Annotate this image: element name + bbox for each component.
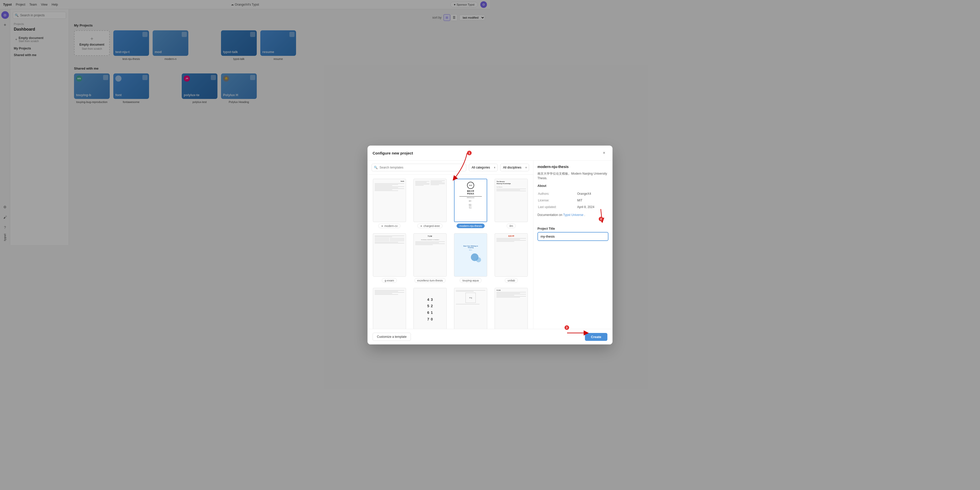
doc-line: [415, 243, 439, 243]
doc-line: [375, 189, 404, 189]
annotation-badge-1: 1: [467, 151, 472, 155]
list-item[interactable]: TUM TECHNICAL UNIVERSITY OF MUNICH exzel…: [411, 232, 449, 245]
list-item[interactable]: Smith: [371, 178, 408, 229]
template-label: modern-nju-thesis: [457, 224, 485, 228]
doc-line: [375, 186, 404, 187]
template-thumb: [414, 179, 447, 222]
list-item[interactable]: NJU 南京大学学位论文 本科学位论文题目：姓名：学号：专业： modern-n…: [452, 178, 490, 229]
template-panel: 🔍 All categories All disciplines: [368, 161, 490, 245]
doc-preview: TUM TECHNICAL UNIVERSITY OF MUNICH: [414, 233, 446, 245]
modal-title: Configure new project: [372, 151, 413, 155]
template-name: modern-cv: [384, 224, 398, 227]
doc-preview: [373, 233, 406, 245]
doc-line: [431, 181, 445, 181]
doc-line: [375, 243, 404, 243]
doc-line: [375, 242, 398, 243]
template-search-wrap: 🔍: [372, 164, 466, 171]
nju-text: 南京大学学位论文: [467, 190, 474, 195]
doc-line: [375, 236, 393, 237]
nju-preview: NJU 南京大学学位论文 本科学位论文题目：姓名：学号：专业：: [455, 179, 487, 222]
doc-line: [415, 181, 430, 182]
nju-logo: NJU: [467, 182, 474, 189]
configure-modal: 1 Configure new project × 🔍: [368, 146, 490, 245]
template-name: modern-nju-thesis: [460, 224, 482, 227]
template-grid: Smith: [371, 178, 490, 245]
star-icon: ★: [381, 225, 383, 227]
template-thumb: Smith: [373, 179, 406, 222]
doc-line: [375, 190, 398, 191]
doc-line: [415, 182, 427, 182]
modal-header: Configure new project ×: [368, 146, 490, 161]
doc-line: [375, 184, 398, 185]
modal-overlay: 1 Configure new project × 🔍: [0, 0, 490, 245]
doc-line: [431, 182, 445, 183]
list-item[interactable]: Start Your Writing inTouying Author touy…: [452, 232, 490, 245]
doc-line: [415, 243, 445, 244]
touying-preview: Start Your Writing inTouying Author: [461, 243, 480, 245]
doc-line: [415, 184, 430, 185]
category-filter[interactable]: All categories: [469, 164, 490, 171]
doc-line: [431, 185, 439, 185]
template-label: ★ charged-ieee: [417, 224, 442, 228]
doc-line: [415, 185, 424, 186]
template-thumb: Start Your Writing inTouying Author: [454, 233, 487, 245]
doc-line: [375, 183, 404, 184]
doc-line: [375, 186, 393, 186]
doc-preview: [414, 179, 446, 222]
template-name: charged-ieee: [423, 224, 440, 227]
template-thumb: TUM TECHNICAL UNIVERSITY OF MUNICH: [414, 233, 447, 245]
doc-line: [375, 189, 393, 190]
doc-line: [375, 187, 398, 188]
category-filter-wrap: All categories: [469, 164, 490, 171]
modal-body: 🔍 All categories All disciplines: [368, 161, 490, 245]
doc-line: [375, 236, 404, 236]
template-label: ★ modern-cv: [378, 224, 401, 228]
template-thumb: [373, 233, 406, 245]
template-search-input[interactable]: [372, 164, 466, 171]
doc-line: [415, 244, 433, 245]
search-icon: 🔍: [374, 166, 378, 169]
template-filters: 🔍 All categories All disciplines: [368, 161, 490, 174]
template-thumb: NJU 南京大学学位论文 本科学位论文题目：姓名：学号：专业：: [454, 179, 487, 222]
doc-line: [431, 184, 445, 184]
list-item[interactable]: g-exam: [371, 232, 408, 245]
list-item[interactable]: ★ charged-ieee: [411, 178, 449, 229]
doc-line: [431, 182, 442, 182]
template-grid-scroll: Smith: [368, 174, 490, 245]
doc-line: [415, 241, 445, 242]
doc-preview: Smith: [373, 179, 406, 222]
star-icon: ★: [420, 225, 422, 227]
nju-subtext: 本科学位论文题目：姓名：学号：专业：: [467, 197, 474, 209]
doc-line: [415, 183, 430, 184]
nju-line: [460, 196, 482, 197]
